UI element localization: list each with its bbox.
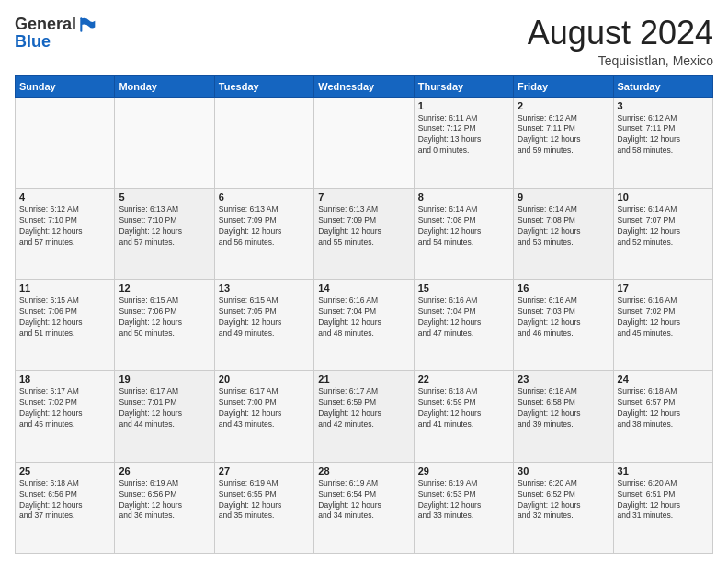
day-info: Sunrise: 6:18 AMSunset: 6:59 PMDaylight:… bbox=[418, 386, 509, 431]
header-monday: Monday bbox=[115, 75, 214, 97]
day-info: Sunrise: 6:15 AMSunset: 7:06 PMDaylight:… bbox=[119, 295, 210, 339]
day-number: 27 bbox=[219, 465, 310, 477]
table-cell: 27Sunrise: 6:19 AMSunset: 6:55 PMDayligh… bbox=[214, 462, 313, 553]
day-number: 28 bbox=[318, 465, 409, 477]
day-number: 31 bbox=[618, 465, 709, 477]
day-info: Sunrise: 6:14 AMSunset: 7:07 PMDaylight:… bbox=[618, 204, 709, 248]
table-cell bbox=[115, 97, 214, 188]
header-wednesday: Wednesday bbox=[314, 75, 414, 97]
day-number: 22 bbox=[418, 373, 509, 385]
table-cell: 15Sunrise: 6:16 AMSunset: 7:04 PMDayligh… bbox=[414, 280, 513, 371]
day-number: 8 bbox=[418, 191, 509, 202]
table-cell: 10Sunrise: 6:14 AMSunset: 7:07 PMDayligh… bbox=[613, 188, 712, 279]
day-number: 21 bbox=[318, 373, 409, 385]
table-cell: 14Sunrise: 6:16 AMSunset: 7:04 PMDayligh… bbox=[314, 280, 414, 371]
day-number: 4 bbox=[19, 191, 110, 202]
table-cell: 20Sunrise: 6:17 AMSunset: 7:00 PMDayligh… bbox=[214, 371, 313, 462]
week-row-5: 25Sunrise: 6:18 AMSunset: 6:56 PMDayligh… bbox=[16, 462, 713, 553]
day-number: 17 bbox=[618, 282, 709, 293]
day-number: 10 bbox=[618, 191, 709, 202]
day-number: 29 bbox=[418, 465, 509, 477]
logo-blue-text: Blue bbox=[15, 32, 51, 52]
table-cell: 4Sunrise: 6:12 AMSunset: 7:10 PMDaylight… bbox=[16, 188, 115, 279]
header-tuesday: Tuesday bbox=[214, 75, 313, 97]
location: Tequisistlan, Mexico bbox=[528, 53, 713, 68]
table-cell: 5Sunrise: 6:13 AMSunset: 7:10 PMDaylight… bbox=[115, 188, 214, 279]
page: General Blue August 2024 Tequisistlan, M… bbox=[0, 0, 728, 563]
table-cell: 18Sunrise: 6:17 AMSunset: 7:02 PMDayligh… bbox=[16, 371, 115, 462]
day-info: Sunrise: 6:14 AMSunset: 7:08 PMDaylight:… bbox=[518, 204, 609, 248]
day-info: Sunrise: 6:13 AMSunset: 7:09 PMDaylight:… bbox=[219, 204, 310, 248]
table-cell: 8Sunrise: 6:14 AMSunset: 7:08 PMDaylight… bbox=[414, 188, 513, 279]
day-info: Sunrise: 6:12 AMSunset: 7:11 PMDaylight:… bbox=[518, 113, 609, 157]
table-cell: 21Sunrise: 6:17 AMSunset: 6:59 PMDayligh… bbox=[314, 371, 414, 462]
month-title: August 2024 bbox=[528, 15, 713, 52]
table-cell bbox=[16, 97, 115, 188]
table-cell: 17Sunrise: 6:16 AMSunset: 7:02 PMDayligh… bbox=[613, 280, 712, 371]
header-thursday: Thursday bbox=[414, 75, 513, 97]
table-cell: 16Sunrise: 6:16 AMSunset: 7:03 PMDayligh… bbox=[514, 280, 613, 371]
day-info: Sunrise: 6:15 AMSunset: 7:05 PMDaylight:… bbox=[219, 295, 310, 339]
day-info: Sunrise: 6:18 AMSunset: 6:56 PMDaylight:… bbox=[19, 478, 110, 523]
header-sunday: Sunday bbox=[16, 75, 115, 97]
table-cell: 31Sunrise: 6:20 AMSunset: 6:51 PMDayligh… bbox=[613, 462, 712, 553]
header-saturday: Saturday bbox=[613, 75, 712, 97]
table-cell: 1Sunrise: 6:11 AMSunset: 7:12 PMDaylight… bbox=[414, 97, 513, 188]
day-info: Sunrise: 6:16 AMSunset: 7:03 PMDaylight:… bbox=[518, 295, 609, 339]
table-cell: 30Sunrise: 6:20 AMSunset: 6:52 PMDayligh… bbox=[514, 462, 613, 553]
week-row-4: 18Sunrise: 6:17 AMSunset: 7:02 PMDayligh… bbox=[16, 371, 713, 462]
day-number: 24 bbox=[618, 373, 709, 385]
table-cell: 24Sunrise: 6:18 AMSunset: 6:57 PMDayligh… bbox=[613, 371, 712, 462]
day-info: Sunrise: 6:20 AMSunset: 6:52 PMDaylight:… bbox=[518, 478, 609, 523]
day-info: Sunrise: 6:19 AMSunset: 6:53 PMDaylight:… bbox=[418, 478, 509, 523]
day-number: 9 bbox=[518, 191, 609, 202]
logo-general-text: General bbox=[15, 15, 76, 34]
table-cell: 2Sunrise: 6:12 AMSunset: 7:11 PMDaylight… bbox=[514, 97, 613, 188]
day-number: 23 bbox=[518, 373, 609, 385]
calendar-header-row: SundayMondayTuesdayWednesdayThursdayFrid… bbox=[16, 75, 713, 97]
table-cell: 12Sunrise: 6:15 AMSunset: 7:06 PMDayligh… bbox=[115, 280, 214, 371]
day-number: 5 bbox=[119, 191, 210, 202]
table-cell: 19Sunrise: 6:17 AMSunset: 7:01 PMDayligh… bbox=[115, 371, 214, 462]
day-number: 26 bbox=[119, 465, 210, 477]
day-info: Sunrise: 6:15 AMSunset: 7:06 PMDaylight:… bbox=[19, 295, 110, 339]
day-number: 16 bbox=[518, 282, 609, 293]
table-cell: 3Sunrise: 6:12 AMSunset: 7:11 PMDaylight… bbox=[613, 97, 712, 188]
day-number: 2 bbox=[518, 100, 609, 111]
table-cell: 26Sunrise: 6:19 AMSunset: 6:56 PMDayligh… bbox=[115, 462, 214, 553]
table-cell bbox=[214, 97, 313, 188]
day-info: Sunrise: 6:12 AMSunset: 7:11 PMDaylight:… bbox=[618, 113, 709, 157]
day-number: 19 bbox=[119, 373, 210, 385]
day-number: 18 bbox=[19, 373, 110, 385]
day-number: 25 bbox=[19, 465, 110, 477]
table-cell: 23Sunrise: 6:18 AMSunset: 6:58 PMDayligh… bbox=[514, 371, 613, 462]
calendar-table: SundayMondayTuesdayWednesdayThursdayFrid… bbox=[15, 75, 713, 554]
day-info: Sunrise: 6:18 AMSunset: 6:57 PMDaylight:… bbox=[618, 386, 709, 431]
day-info: Sunrise: 6:17 AMSunset: 7:00 PMDaylight:… bbox=[219, 386, 310, 431]
day-number: 14 bbox=[318, 282, 409, 293]
day-info: Sunrise: 6:16 AMSunset: 7:02 PMDaylight:… bbox=[618, 295, 709, 339]
day-info: Sunrise: 6:18 AMSunset: 6:58 PMDaylight:… bbox=[518, 386, 609, 431]
table-cell: 6Sunrise: 6:13 AMSunset: 7:09 PMDaylight… bbox=[214, 188, 313, 279]
day-number: 30 bbox=[518, 465, 609, 477]
day-info: Sunrise: 6:16 AMSunset: 7:04 PMDaylight:… bbox=[318, 295, 409, 339]
day-number: 7 bbox=[318, 191, 409, 202]
day-info: Sunrise: 6:19 AMSunset: 6:55 PMDaylight:… bbox=[219, 478, 310, 523]
table-cell: 22Sunrise: 6:18 AMSunset: 6:59 PMDayligh… bbox=[414, 371, 513, 462]
day-number: 13 bbox=[219, 282, 310, 293]
day-number: 12 bbox=[119, 282, 210, 293]
week-row-3: 11Sunrise: 6:15 AMSunset: 7:06 PMDayligh… bbox=[16, 280, 713, 371]
day-info: Sunrise: 6:13 AMSunset: 7:10 PMDaylight:… bbox=[119, 204, 210, 248]
table-cell bbox=[314, 97, 414, 188]
title-block: August 2024 Tequisistlan, Mexico bbox=[528, 15, 713, 68]
day-number: 1 bbox=[418, 100, 509, 111]
day-number: 3 bbox=[618, 100, 709, 111]
day-info: Sunrise: 6:14 AMSunset: 7:08 PMDaylight:… bbox=[418, 204, 509, 248]
table-cell: 9Sunrise: 6:14 AMSunset: 7:08 PMDaylight… bbox=[514, 188, 613, 279]
table-cell: 29Sunrise: 6:19 AMSunset: 6:53 PMDayligh… bbox=[414, 462, 513, 553]
day-info: Sunrise: 6:16 AMSunset: 7:04 PMDaylight:… bbox=[418, 295, 509, 339]
header: General Blue August 2024 Tequisistlan, M… bbox=[15, 15, 713, 68]
day-info: Sunrise: 6:11 AMSunset: 7:12 PMDaylight:… bbox=[418, 113, 509, 157]
week-row-2: 4Sunrise: 6:12 AMSunset: 7:10 PMDaylight… bbox=[16, 188, 713, 279]
day-number: 11 bbox=[19, 282, 110, 293]
